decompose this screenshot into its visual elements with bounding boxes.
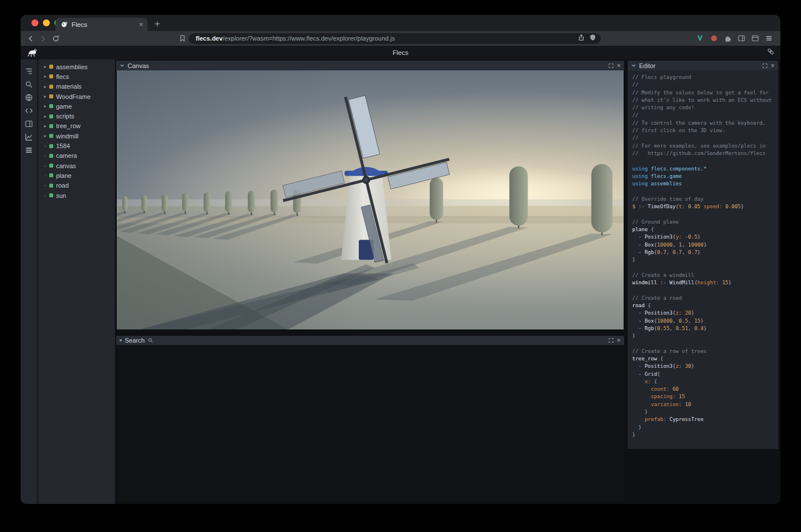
tree-item-label: canvas (56, 162, 76, 169)
extension-v-icon[interactable]: V (694, 33, 706, 45)
tree-item-WoodFrame[interactable]: ▸WoodFrame (38, 92, 115, 101)
module-square-icon (49, 94, 53, 98)
tree-item-tree_row[interactable]: ▸tree_row (38, 121, 115, 131)
url-text: flecs.dev/explorer/?wasm=https://www.fle… (196, 35, 578, 42)
editor-panel-title: Editor (639, 62, 656, 69)
close-panel-icon[interactable]: × (617, 337, 621, 344)
entity-square-icon (49, 104, 53, 108)
code-line: road { (632, 302, 774, 309)
code-line: // For more examples, see examples/plecs… (632, 142, 774, 150)
permalink-icon[interactable] (767, 47, 775, 58)
tree-item-label: assemblies (56, 63, 88, 70)
url-bar[interactable]: flecs.dev/explorer/?wasm=https://www.fle… (189, 33, 601, 44)
tree-item-label: flecs (56, 73, 69, 80)
tree-item-sun[interactable]: -sun (38, 190, 115, 200)
collapse-chevron-icon[interactable] (120, 63, 125, 68)
tree-item-camera[interactable]: -camera (38, 151, 115, 161)
close-window-button[interactable] (31, 19, 38, 26)
world-icon[interactable] (22, 91, 35, 104)
reload-button[interactable] (49, 32, 62, 45)
tree-item-assemblies[interactable]: ▸assemblies (38, 62, 115, 72)
collapse-chevron-icon[interactable] (631, 63, 636, 68)
expand-arrow-icon[interactable]: ▸ (42, 84, 48, 89)
canvas-panel: Canvas × (116, 61, 624, 330)
close-panel-icon[interactable]: × (617, 62, 621, 69)
leaf-dash-icon: - (42, 173, 48, 178)
panel-dot-icon[interactable] (120, 339, 122, 342)
window-panel-icon[interactable] (749, 33, 761, 45)
entity-square-icon (49, 124, 53, 128)
code-line (632, 264, 774, 271)
code-line: - Grid{ (632, 371, 774, 378)
browser-tab[interactable]: Flecs × (55, 18, 148, 31)
code-line: - Box{10000, 0.5, 15} (632, 317, 774, 325)
tab-close-icon[interactable]: × (139, 21, 143, 28)
tree-item-label: scripts (56, 113, 74, 120)
code-line: - Position3{z: 30} (632, 363, 774, 370)
tree-item-scripts[interactable]: ▸scripts (38, 111, 115, 121)
expand-arrow-icon[interactable]: ▸ (42, 94, 48, 99)
browser-window: Flecs × + flecs.dev/explorer/?wasm=https… (21, 15, 780, 504)
code-line: // To control the camera with the keyboa… (632, 120, 774, 127)
tree-item-flecs[interactable]: ▸flecs (38, 72, 115, 81)
tree-item-road[interactable]: -road (38, 181, 115, 190)
code-editor[interactable]: // Flecs playground//// Modify the value… (628, 70, 778, 449)
code-line: // Create a windmill (632, 272, 774, 279)
shield-icon[interactable] (589, 33, 596, 43)
expand-panel-icon[interactable] (608, 63, 614, 69)
expand-arrow-icon[interactable]: ▸ (42, 124, 48, 129)
forward-button[interactable] (37, 32, 49, 45)
back-button[interactable] (24, 32, 37, 45)
code-line (632, 287, 774, 294)
code-line: count: 60 (632, 386, 774, 393)
expand-arrow-icon[interactable]: ▸ (42, 104, 48, 109)
code-line: tree_row { (632, 355, 774, 363)
module-square-icon (49, 85, 53, 89)
tree-item-game[interactable]: ▸game (38, 101, 115, 111)
leaf-dash-icon: - (42, 153, 48, 158)
code-line: // first click on the 3D view. (632, 127, 774, 134)
code-line: using flecs.components.* (632, 165, 774, 173)
code-line: // Ground plane (632, 219, 774, 226)
extension-record-icon[interactable] (708, 33, 720, 45)
minimize-window-button[interactable] (43, 19, 50, 26)
flecs-explorer-page: Flecs (21, 46, 780, 504)
tree-item-canvas[interactable]: -canvas (38, 161, 115, 170)
entity-square-icon (49, 184, 53, 188)
code-line: // Modify the values below to get a feel… (632, 89, 774, 97)
hierarchy-icon[interactable] (22, 65, 35, 78)
panels-icon[interactable] (22, 117, 35, 130)
code-line: - Rgb{0.55, 0.51, 0.4} (632, 325, 774, 332)
tree-item-label: materials (56, 83, 82, 90)
rows-icon[interactable] (22, 144, 35, 157)
entity-square-icon (49, 134, 53, 138)
chart-icon[interactable] (22, 130, 35, 144)
tab-title: Flecs (72, 21, 136, 28)
code-line: using flecs.game (632, 173, 774, 180)
extensions-puzzle-icon[interactable] (721, 33, 733, 45)
close-panel-icon[interactable]: × (771, 62, 775, 69)
code-line: windmill :- WindMill{height: 15} (632, 279, 774, 287)
code-icon[interactable] (22, 104, 35, 117)
search-panel-title: Search (125, 337, 145, 344)
expand-arrow-icon[interactable]: ▸ (42, 64, 48, 69)
leaf-dash-icon: - (42, 163, 48, 169)
expand-arrow-icon[interactable]: ▸ (42, 133, 48, 138)
bookmark-icon[interactable] (176, 32, 189, 45)
code-line: // Flecs playground (632, 74, 774, 81)
new-tab-button[interactable]: + (151, 18, 164, 30)
expand-panel-icon[interactable] (608, 338, 614, 343)
expand-arrow-icon[interactable]: ▸ (42, 74, 48, 79)
tree-item-plane[interactable]: -plane (38, 170, 115, 180)
tree-item-1584[interactable]: -1584 (38, 141, 115, 150)
menu-icon[interactable] (763, 33, 775, 45)
search-icon[interactable] (22, 78, 35, 91)
share-icon[interactable] (578, 33, 585, 43)
canvas-3d-view[interactable] (116, 70, 624, 330)
expand-arrow-icon[interactable]: ▸ (42, 114, 48, 119)
sidebar-toggle-icon[interactable] (735, 33, 747, 45)
flecs-logo (26, 48, 38, 58)
expand-panel-icon[interactable] (762, 63, 768, 69)
tree-item-materials[interactable]: ▸materials (38, 82, 115, 92)
tree-item-windmill[interactable]: ▸windmill (38, 131, 115, 141)
